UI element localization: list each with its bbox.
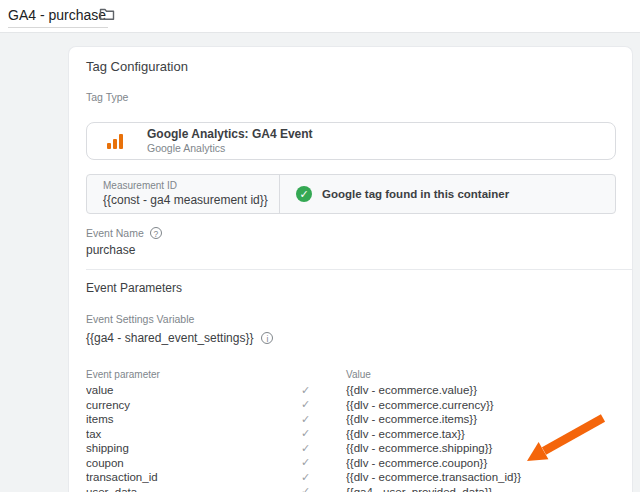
table-row: coupon ✓ {{dlv - ecommerce.coupon}} — [86, 456, 616, 471]
param-check-icon: ✓ — [301, 485, 346, 492]
param-value: {{dlv - ecommerce.tax}} — [346, 428, 616, 440]
google-tag-status-text: Google tag found in this container — [322, 188, 509, 200]
event-name-value: purchase — [86, 243, 616, 257]
param-check-icon: ✓ — [301, 471, 346, 484]
check-circle-icon: ✓ — [296, 186, 312, 202]
param-value: {{dlv - ecommerce.items}} — [346, 413, 616, 425]
event-settings-variable-value: {{ga4 - shared_event_settings}} — [86, 331, 253, 345]
table-row: currency ✓ {{dlv - ecommerce.currency}} — [86, 398, 616, 413]
param-check-icon: ✓ — [301, 384, 346, 397]
param-check-icon: ✓ — [301, 456, 346, 469]
param-value: {{dlv - ecommerce.currency}} — [346, 399, 616, 411]
event-parameters-heading: Event Parameters — [86, 281, 616, 295]
param-check-icon: ✓ — [301, 398, 346, 411]
table-row: value ✓ {{dlv - ecommerce.value}} — [86, 383, 616, 398]
table-row: items ✓ {{dlv - ecommerce.items}} — [86, 412, 616, 427]
table-row: transaction_id ✓ {{dlv - ecommerce.trans… — [86, 470, 616, 485]
measurement-id-label: Measurement ID — [103, 180, 279, 191]
table-row: user_data ✓ {{ga4 - user_provided_data}} — [86, 485, 616, 492]
event-parameters-table: Event parameter Value value ✓ {{dlv - ec… — [86, 366, 616, 492]
table-header-row: Event parameter Value — [86, 366, 616, 383]
value-column-header: Value — [346, 369, 616, 380]
table-row: shipping ✓ {{dlv - ecommerce.shipping}} — [86, 441, 616, 456]
event-name-block: Event Name ? purchase — [86, 227, 616, 257]
param-check-icon: ✓ — [301, 442, 346, 455]
table-row: tax ✓ {{dlv - ecommerce.tax}} — [86, 427, 616, 442]
param-value: {{dlv - ecommerce.coupon}} — [346, 457, 616, 469]
param-value: {{dlv - ecommerce.shipping}} — [346, 442, 616, 454]
param-name: items — [86, 413, 301, 425]
param-name: value — [86, 384, 301, 396]
help-icon[interactable]: ? — [150, 227, 162, 239]
param-name: user_data — [86, 486, 301, 492]
section-divider — [86, 269, 632, 270]
event-name-label: Event Name — [86, 227, 144, 239]
tag-type-label: Tag Type — [86, 91, 616, 103]
param-value: {{dlv - ecommerce.transaction_id}} — [346, 471, 616, 483]
tag-configuration-card[interactable]: Tag Configuration Tag Type Google Analyt… — [68, 46, 633, 492]
param-name: coupon — [86, 457, 301, 469]
event-settings-variable-label: Event Settings Variable — [86, 313, 616, 325]
info-icon[interactable]: i — [261, 332, 273, 344]
folder-icon[interactable] — [98, 6, 116, 24]
top-bar: GA4 - purchase — [0, 0, 640, 32]
param-column-header: Event parameter — [86, 369, 301, 380]
event-parameters-table-body: value ✓ {{dlv - ecommerce.value}} curren… — [86, 383, 616, 492]
work-area: Tag Configuration Tag Type Google Analyt… — [0, 32, 640, 492]
param-value: {{ga4 - user_provided_data}} — [346, 486, 616, 492]
param-check-icon: ✓ — [301, 413, 346, 426]
param-name: currency — [86, 399, 301, 411]
measurement-id-value: {{const - ga4 measurement id}} — [103, 193, 279, 207]
tag-type-name: Google Analytics: GA4 Event — [147, 127, 313, 142]
measurement-id-field[interactable]: Measurement ID {{const - ga4 measurement… — [86, 174, 616, 214]
param-value: {{dlv - ecommerce.value}} — [346, 384, 616, 396]
param-name: transaction_id — [86, 471, 301, 483]
tag-name-field[interactable]: GA4 - purchase — [8, 5, 108, 28]
param-check-icon: ✓ — [301, 427, 346, 440]
tag-configuration-heading: Tag Configuration — [86, 59, 616, 74]
tag-type-selector[interactable]: Google Analytics: GA4 Event Google Analy… — [86, 122, 616, 160]
param-name: tax — [86, 428, 301, 440]
param-name: shipping — [86, 442, 301, 454]
tag-type-vendor: Google Analytics — [147, 142, 313, 155]
google-analytics-icon — [107, 133, 125, 149]
